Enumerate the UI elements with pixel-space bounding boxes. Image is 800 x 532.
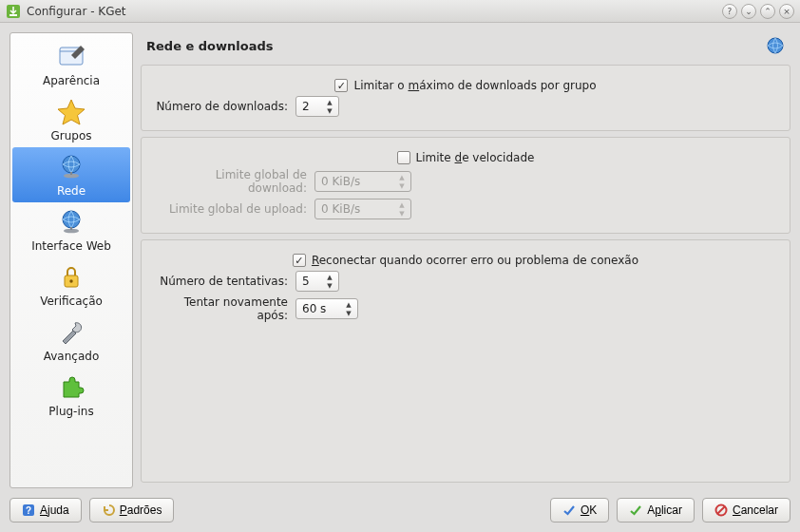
spin-value: 2 bbox=[302, 100, 310, 113]
sidebar-item-label: Grupos bbox=[50, 129, 91, 142]
chevron-up-icon: ▲ bbox=[396, 200, 408, 209]
panel-downloads: Limitar o máximo de downloads por grupo … bbox=[141, 65, 790, 131]
sidebar-item-appearance[interactable]: Aparência bbox=[12, 37, 130, 92]
chevron-down-icon[interactable]: ▼ bbox=[324, 281, 335, 290]
global-upload-spinbox: 0 KiB/s ▲▼ bbox=[314, 199, 411, 219]
svg-text:?: ? bbox=[26, 505, 31, 516]
ok-icon bbox=[562, 504, 576, 517]
chevron-down-icon: ▼ bbox=[396, 209, 408, 218]
svg-rect-8 bbox=[70, 227, 72, 230]
appearance-icon bbox=[56, 42, 86, 72]
sidebar-item-label: Rede bbox=[57, 184, 86, 198]
svg-point-3 bbox=[63, 156, 80, 173]
defaults-button[interactable]: Padrões bbox=[89, 498, 175, 522]
star-icon bbox=[56, 97, 86, 127]
spin-value: 0 KiB/s bbox=[321, 202, 360, 216]
sidebar-item-plugins[interactable]: Plug-ins bbox=[12, 368, 130, 423]
retries-spinbox[interactable]: 5 ▲▼ bbox=[295, 271, 339, 292]
apply-button[interactable]: Aplicar bbox=[617, 498, 695, 522]
button-bar: ? Ajuda Padrões OK Aplicar Cancelar bbox=[10, 488, 790, 522]
content-header: Rede e downloads bbox=[141, 32, 790, 65]
window-title: Configurar - KGet bbox=[27, 5, 722, 18]
chevron-up-icon[interactable]: ▲ bbox=[324, 273, 335, 281]
num-downloads-spinbox[interactable]: 2 ▲▼ bbox=[295, 96, 339, 117]
retries-label: Número de tentativas: bbox=[153, 275, 295, 288]
speed-limit-checkbox[interactable]: Limite de velocidade bbox=[397, 151, 535, 164]
checkbox-box bbox=[397, 151, 410, 164]
svg-point-11 bbox=[768, 38, 783, 53]
svg-point-6 bbox=[63, 211, 80, 228]
chevron-down-icon[interactable]: ▼ bbox=[324, 106, 335, 115]
lock-icon bbox=[56, 262, 86, 293]
tools-icon bbox=[56, 317, 86, 348]
page-title: Rede e downloads bbox=[146, 39, 766, 53]
checkbox-box bbox=[334, 79, 348, 92]
svg-rect-1 bbox=[10, 14, 17, 16]
ok-button[interactable]: OK bbox=[550, 498, 609, 522]
checkbox-label: Limite de velocidade bbox=[416, 151, 535, 164]
sidebar-item-verification[interactable]: Verificação bbox=[12, 257, 130, 313]
chevron-down-icon: ▼ bbox=[396, 181, 408, 190]
retry-after-label: Tentar novamente após: bbox=[153, 295, 295, 322]
globe-icon bbox=[56, 207, 86, 238]
revert-icon bbox=[102, 504, 115, 517]
spin-value: 60 s bbox=[302, 302, 326, 315]
apply-icon bbox=[629, 504, 642, 517]
content-pane: Rede e downloads Limitar o máximo de dow… bbox=[141, 32, 790, 488]
globe-icon bbox=[56, 152, 86, 182]
sidebar-item-label: Interface Web bbox=[31, 239, 111, 253]
window-body: Aparência Grupos Rede Interface Web bbox=[0, 23, 800, 532]
window-buttons: ? ⌄ ⌃ × bbox=[722, 4, 794, 19]
spin-value: 5 bbox=[302, 275, 310, 288]
sidebar-item-groups[interactable]: Grupos bbox=[12, 92, 130, 147]
maximize-window-button[interactable]: ⌃ bbox=[760, 4, 775, 19]
global-upload-label: Limite global de upload: bbox=[153, 202, 314, 216]
minimize-window-button[interactable]: ⌄ bbox=[741, 4, 756, 19]
spin-value: 0 KiB/s bbox=[321, 175, 360, 188]
chevron-up-icon: ▲ bbox=[396, 173, 408, 181]
sidebar-item-network[interactable]: Rede bbox=[12, 147, 130, 202]
global-download-spinbox: 0 KiB/s ▲▼ bbox=[314, 171, 411, 192]
checkbox-label: Limitar o máximo de downloads por grupo bbox=[353, 79, 596, 92]
checkbox-box bbox=[293, 254, 306, 267]
app-icon bbox=[6, 4, 21, 19]
num-downloads-label: Número de downloads: bbox=[153, 100, 295, 113]
panel-speed: Limite de velocidade Limite global de do… bbox=[141, 137, 790, 234]
reconnect-checkbox[interactable]: Reconectar quando ocorrer erro ou proble… bbox=[293, 254, 638, 267]
chevron-up-icon[interactable]: ▲ bbox=[324, 98, 335, 106]
globe-icon bbox=[766, 36, 785, 55]
main-area: Aparência Grupos Rede Interface Web bbox=[10, 32, 790, 488]
checkbox-label: Reconectar quando ocorrer erro ou proble… bbox=[312, 254, 638, 267]
help-icon: ? bbox=[22, 504, 35, 517]
close-window-button[interactable]: × bbox=[779, 4, 794, 19]
sidebar-item-advanced[interactable]: Avançado bbox=[12, 313, 130, 368]
help-button[interactable]: ? Ajuda bbox=[10, 498, 82, 522]
chevron-down-icon[interactable]: ▼ bbox=[343, 309, 354, 317]
limit-downloads-checkbox[interactable]: Limitar o máximo de downloads por grupo bbox=[334, 79, 596, 92]
sidebar-item-label: Verificação bbox=[40, 294, 103, 308]
global-download-label: Limite global de download: bbox=[153, 168, 314, 195]
retry-after-spinbox[interactable]: 60 s ▲▼ bbox=[295, 298, 358, 319]
sidebar: Aparência Grupos Rede Interface Web bbox=[10, 32, 133, 488]
chevron-up-icon[interactable]: ▲ bbox=[343, 300, 354, 309]
sidebar-item-label: Aparência bbox=[43, 74, 100, 87]
puzzle-icon bbox=[56, 372, 86, 403]
svg-rect-5 bbox=[70, 172, 72, 175]
sidebar-item-web-interface[interactable]: Interface Web bbox=[12, 202, 130, 257]
svg-point-10 bbox=[69, 279, 72, 282]
sidebar-item-label: Avançado bbox=[44, 350, 99, 363]
help-window-button[interactable]: ? bbox=[722, 4, 737, 19]
sidebar-item-label: Plug-ins bbox=[48, 405, 93, 418]
panel-reconnect: Reconectar quando ocorrer erro ou proble… bbox=[141, 239, 790, 483]
cancel-button[interactable]: Cancelar bbox=[702, 498, 790, 522]
titlebar: Configurar - KGet ? ⌄ ⌃ × bbox=[0, 0, 800, 23]
cancel-icon bbox=[714, 504, 728, 517]
